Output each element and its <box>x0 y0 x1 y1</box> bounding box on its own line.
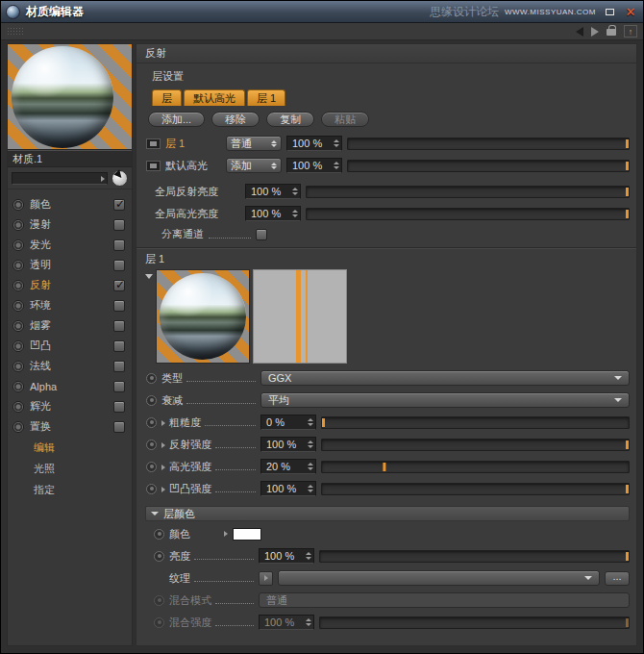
pick-button[interactable] <box>111 170 128 187</box>
page-item-illumination[interactable]: 光照 <box>8 459 132 479</box>
expand-triangle-icon[interactable] <box>224 531 228 537</box>
color-swatch[interactable] <box>233 528 261 541</box>
blend-mode-dropdown[interactable]: 添加 <box>226 158 282 173</box>
channel-row-normal[interactable]: 法线 <box>8 356 132 376</box>
falloff-dropdown[interactable]: 平均 <box>260 392 630 408</box>
layer-color-header[interactable]: 层颜色 <box>145 506 630 521</box>
gradient-editor[interactable] <box>253 269 347 364</box>
blend-mode-dropdown[interactable]: 普通 <box>226 136 282 151</box>
material-preview[interactable] <box>8 44 132 150</box>
keyframe-dot-icon[interactable] <box>146 462 157 472</box>
layer1-preview[interactable] <box>156 269 250 364</box>
brightness-spinner[interactable]: 100 % <box>259 548 314 564</box>
stepper-arrows-icon[interactable] <box>334 162 339 169</box>
channel-checkbox[interactable] <box>113 219 125 231</box>
tab-layer-1[interactable]: 层 1 <box>247 89 285 106</box>
bump-strength-slider[interactable] <box>321 483 630 495</box>
brightness-slider[interactable] <box>319 550 630 563</box>
add-button[interactable]: 添加... <box>148 112 205 127</box>
keyframe-dot-icon[interactable] <box>154 529 164 540</box>
texture-expand-button[interactable] <box>259 571 273 586</box>
channel-row-color[interactable]: 颜色 <box>8 194 132 214</box>
channel-checkbox[interactable] <box>113 260 125 271</box>
bump-strength-spinner[interactable]: 100 % <box>260 481 316 496</box>
grip-handle[interactable] <box>7 27 24 37</box>
keyframe-dot-icon[interactable] <box>146 484 157 494</box>
stepper-arrows-icon[interactable] <box>306 552 311 560</box>
copy-button[interactable]: 复制 <box>266 112 314 127</box>
keyframe-dot-icon[interactable] <box>146 395 157 406</box>
layer-opacity-spinner[interactable]: 100 % <box>286 158 342 173</box>
keyframe-dot-icon[interactable] <box>146 440 157 450</box>
close-button[interactable]: ✕ <box>623 6 638 18</box>
stepper-arrows-icon[interactable] <box>308 485 313 492</box>
stepper-arrows-icon[interactable] <box>308 418 313 426</box>
keyframe-dot-icon[interactable] <box>154 551 164 562</box>
channel-row-diffusion[interactable]: 漫射 <box>8 214 132 235</box>
global-specular-slider[interactable] <box>306 208 630 220</box>
lock-icon[interactable] <box>607 29 616 37</box>
global-specular-spinner[interactable]: 100 % <box>245 206 301 221</box>
stepper-arrows-icon[interactable] <box>292 188 298 195</box>
tab-default-specular[interactable]: 默认高光 <box>184 89 245 106</box>
channel-row-reflectance[interactable]: 反射 <box>8 275 132 295</box>
expand-triangle-icon[interactable] <box>161 442 165 448</box>
channel-row-fog[interactable]: 烟雾 <box>8 315 132 336</box>
expand-triangle-icon[interactable] <box>161 420 165 426</box>
remove-button[interactable]: 移除 <box>211 112 260 127</box>
keyframe-dot-icon[interactable] <box>146 373 157 384</box>
channel-row-bump[interactable]: 凹凸 <box>8 336 132 356</box>
channel-checkbox[interactable] <box>113 199 125 211</box>
monitor-icon[interactable] <box>146 138 161 149</box>
layer-row-default-specular[interactable]: 默认高光 添加 100 % <box>136 156 636 175</box>
gradient-knot[interactable] <box>306 270 308 363</box>
layer-name[interactable]: 层 1 <box>165 137 221 151</box>
page-item-editor[interactable]: 编辑 <box>8 438 132 458</box>
expand-triangle-icon[interactable] <box>161 465 165 470</box>
paste-button[interactable]: 粘贴 <box>321 112 369 127</box>
material-dropdown[interactable] <box>12 172 108 185</box>
global-reflection-spinner[interactable]: 100 % <box>245 184 301 199</box>
stepper-arrows-icon[interactable] <box>292 210 298 217</box>
monitor-icon[interactable] <box>146 161 161 171</box>
separate-pass-checkbox[interactable] <box>256 229 267 240</box>
channel-row-alpha[interactable]: Alpha <box>8 376 132 396</box>
channel-checkbox[interactable] <box>113 421 125 433</box>
channel-row-luminance[interactable]: 发光 <box>8 235 132 255</box>
forward-arrow-icon[interactable] <box>591 27 599 37</box>
gradient-knot[interactable] <box>296 270 301 363</box>
channel-row-transparency[interactable]: 透明 <box>8 255 132 275</box>
layer-row-1[interactable]: 层 1 普通 100 % <box>136 134 636 153</box>
reflection-strength-slider[interactable] <box>321 439 630 451</box>
channel-checkbox[interactable] <box>113 381 125 392</box>
minimize-button[interactable] <box>602 6 617 18</box>
material-name[interactable]: 材质.1 <box>8 150 132 167</box>
texture-dropdown[interactable] <box>278 570 600 586</box>
roughness-slider[interactable] <box>321 416 630 429</box>
stepper-arrows-icon[interactable] <box>334 139 339 147</box>
title-bar[interactable]: 材质编辑器 思缘设计论坛 WWW.MISSYUAN.COM ✕ <box>1 1 643 23</box>
back-arrow-icon[interactable] <box>576 27 583 37</box>
channel-row-displacement[interactable]: 置换 <box>8 416 132 437</box>
channel-checkbox[interactable] <box>113 401 125 413</box>
layer-opacity-slider[interactable] <box>347 138 630 150</box>
channel-row-environment[interactable]: 环境 <box>8 295 132 315</box>
page-item-assign[interactable]: 指定 <box>8 480 132 500</box>
up-arrow-icon[interactable]: ↑ <box>624 25 637 38</box>
layer-name[interactable]: 默认高光 <box>165 159 221 173</box>
texture-browse-button[interactable]: ... <box>605 571 630 586</box>
stepper-arrows-icon[interactable] <box>308 463 313 470</box>
stepper-arrows-icon[interactable] <box>308 440 313 448</box>
channel-checkbox[interactable] <box>113 361 125 372</box>
channel-checkbox[interactable] <box>113 340 125 352</box>
global-reflection-slider[interactable] <box>306 186 630 198</box>
keyframe-dot-icon[interactable] <box>146 417 157 428</box>
channel-row-glow[interactable]: 辉光 <box>8 396 132 416</box>
reflection-strength-spinner[interactable]: 100 % <box>260 437 316 452</box>
tab-layers[interactable]: 层 <box>152 89 182 106</box>
collapse-triangle-icon[interactable] <box>145 274 153 279</box>
channel-checkbox[interactable] <box>113 300 125 312</box>
channel-checkbox[interactable] <box>113 280 125 291</box>
channel-checkbox[interactable] <box>113 239 125 251</box>
specular-strength-spinner[interactable]: 20 % <box>260 459 316 474</box>
